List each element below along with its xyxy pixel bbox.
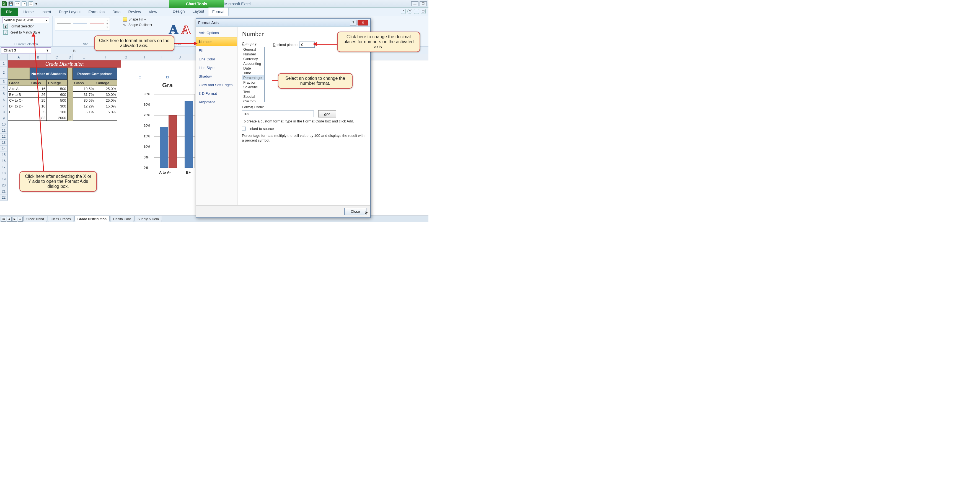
col-J[interactable]: J <box>171 54 189 60</box>
line-style-1[interactable] <box>57 24 71 24</box>
side-line-color[interactable]: Line Color <box>196 55 237 64</box>
name-box[interactable]: Chart 3 ▾ <box>1 47 51 53</box>
bar-college-A[interactable] <box>169 115 177 168</box>
tab-formulas[interactable]: Formulas <box>85 8 108 16</box>
cat-date[interactable]: Date <box>242 66 264 70</box>
tab-data[interactable]: Data <box>108 8 124 16</box>
row-10[interactable]: 10 <box>0 121 8 128</box>
plot-area[interactable]: 35% 30% 25% 20% 15% 10% 5% 0% A to A- B+ <box>154 94 195 168</box>
cat-accounting[interactable]: Accounting <box>242 61 264 66</box>
cat-scientific[interactable]: Scientific <box>242 85 264 89</box>
decimal-places-input[interactable] <box>299 42 315 48</box>
col-G[interactable]: G <box>117 54 135 60</box>
row-3[interactable]: 3 <box>0 79 8 85</box>
workbook-restore-icon[interactable]: ❐ <box>421 9 426 14</box>
nav-prev-icon[interactable]: ◀ <box>6 217 12 222</box>
cat-custom[interactable]: Custom <box>242 99 264 102</box>
shape-outline-button[interactable]: ✎ Shape Outline ▾ <box>123 23 158 27</box>
bar-class-A[interactable] <box>160 127 168 168</box>
tab-design[interactable]: Design <box>169 8 189 16</box>
cat-number[interactable]: Number <box>242 52 264 56</box>
row-6[interactable]: 6 <box>0 97 8 103</box>
row-11[interactable]: 11 <box>0 128 8 134</box>
row-4[interactable]: 4 <box>0 85 8 91</box>
row-22[interactable]: 22 <box>0 195 8 201</box>
gallery-down-icon[interactable]: ▾ <box>107 22 108 25</box>
row-17[interactable]: 17 <box>0 164 8 170</box>
side-alignment[interactable]: Alignment <box>196 98 237 106</box>
sheet-tab-grade[interactable]: Grade Distribution <box>75 216 110 222</box>
nav-last-icon[interactable]: ⏭ <box>18 217 23 222</box>
row-20[interactable]: 20 <box>0 182 8 188</box>
row-5[interactable]: 5 <box>0 91 8 97</box>
format-selection-button[interactable]: ◧ Format Selection <box>2 23 50 29</box>
resize-handle[interactable] <box>166 76 169 78</box>
row-16[interactable]: 16 <box>0 158 8 164</box>
side-3d[interactable]: 3-D Format <box>196 89 237 98</box>
tab-home[interactable]: Home <box>20 8 38 16</box>
col-A[interactable]: A <box>8 54 30 60</box>
tab-layout[interactable]: Layout <box>189 8 208 16</box>
tab-insert[interactable]: Insert <box>38 8 55 16</box>
side-shadow[interactable]: Shadow <box>196 72 237 81</box>
close-button[interactable]: Close <box>344 208 366 215</box>
side-number[interactable]: Number <box>196 37 237 46</box>
row-15[interactable]: 15 <box>0 152 8 158</box>
gallery-more-icon[interactable]: ▾ <box>107 26 108 29</box>
side-glow[interactable]: Glow and Soft Edges <box>196 81 237 89</box>
shape-style-gallery[interactable]: ▴ ▾ ▾ <box>55 17 110 30</box>
embedded-chart[interactable]: Gra 35% 30% 25% 20% 15% 10% 5% 0% A to A… <box>140 77 195 182</box>
cat-fraction[interactable]: Fraction <box>242 80 264 85</box>
tab-view[interactable]: View <box>145 8 161 16</box>
tab-review[interactable]: Review <box>124 8 145 16</box>
side-fill[interactable]: Fill <box>196 46 237 55</box>
row-19[interactable]: 19 <box>0 176 8 182</box>
row-18[interactable]: 18 <box>0 170 8 176</box>
tab-page-layout[interactable]: Page Layout <box>55 8 85 16</box>
ribbon-minimize-icon[interactable]: ⌃ <box>401 9 406 14</box>
cat-special[interactable]: Special <box>242 94 264 99</box>
wordart-style-2[interactable]: A <box>181 22 191 37</box>
linked-checkbox[interactable]: Linked to source <box>242 126 366 131</box>
cat-time[interactable]: Time <box>242 70 264 75</box>
bar-class-B[interactable] <box>185 101 193 168</box>
sheet-tab-stock[interactable]: Stock Trend <box>23 216 47 222</box>
line-style-2[interactable] <box>73 24 87 24</box>
side-line-style[interactable]: Line Style <box>196 64 237 72</box>
col-F[interactable]: F <box>95 54 117 60</box>
row-1[interactable]: 1 <box>0 61 8 67</box>
row-2[interactable]: 2 <box>0 67 8 79</box>
col-D[interactable]: D <box>67 54 73 60</box>
col-H[interactable]: H <box>135 54 153 60</box>
tab-format[interactable]: Format <box>208 8 229 16</box>
resize-handle[interactable] <box>139 76 141 78</box>
nav-first-icon[interactable]: ⏮ <box>1 217 6 222</box>
side-axis-options[interactable]: Axis Options <box>196 29 237 37</box>
workbook-minimize-icon[interactable]: — <box>414 9 419 14</box>
chart-element-dropdown[interactable]: Vertical (Value) Axis ▾ <box>2 17 49 23</box>
add-button[interactable]: Add <box>318 110 336 117</box>
minimize-button[interactable]: — <box>411 2 418 6</box>
row-12[interactable]: 12 <box>0 134 8 140</box>
gallery-up-icon[interactable]: ▴ <box>107 19 108 22</box>
cat-percentage[interactable]: Percentage <box>242 75 264 80</box>
reset-match-button[interactable]: ↺ Reset to Match Style <box>2 29 50 35</box>
cat-general[interactable]: General <box>242 47 264 52</box>
sheet-tab-class[interactable]: Class Grades <box>48 216 74 222</box>
row-9[interactable]: 9 <box>0 115 8 121</box>
col-E[interactable]: E <box>73 54 95 60</box>
row-21[interactable]: 21 <box>0 188 8 195</box>
wordart-style-1[interactable]: A <box>169 22 178 37</box>
col-B[interactable]: B <box>30 54 46 60</box>
restore-button[interactable]: ❐ <box>420 2 427 6</box>
shape-fill-button[interactable]: Shape Fill ▾ <box>123 17 158 22</box>
formula-bar[interactable]: fx <box>73 48 76 53</box>
cat-text[interactable]: Text <box>242 89 264 94</box>
format-code-input[interactable] <box>242 110 314 117</box>
sheet-tab-health[interactable]: Health Care <box>110 216 134 222</box>
line-style-3[interactable] <box>90 24 104 24</box>
category-listbox[interactable]: General Number Currency Accounting Date … <box>242 47 264 102</box>
dialog-titlebar[interactable]: Format Axis ? ✕ <box>196 19 370 27</box>
dialog-help-button[interactable]: ? <box>350 20 356 26</box>
dialog-close-x[interactable]: ✕ <box>358 20 368 26</box>
